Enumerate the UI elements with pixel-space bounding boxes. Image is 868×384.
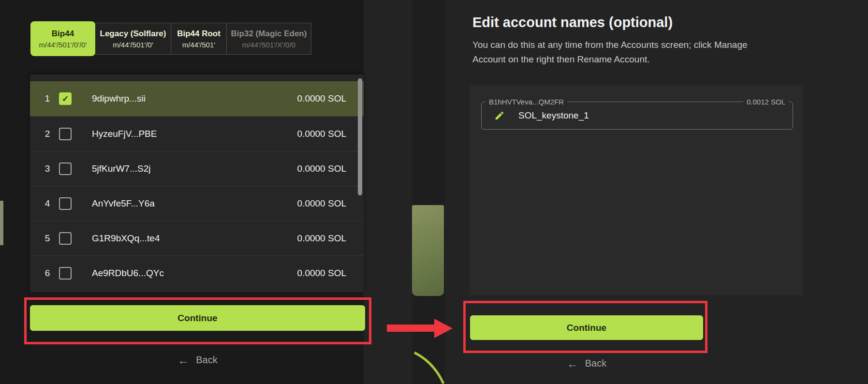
annotation-arrow [387, 325, 436, 332]
tab-label: Bip32 (Magic Eden) [231, 29, 307, 39]
tab-label: Bip44 Root [177, 29, 221, 39]
screenshot-stage: Bip44m/44'/501'/0'/0'Legacy (Solflare)m/… [0, 0, 868, 384]
account-row[interactable]: 6Ae9RDbU6...QYc0.0000 SOL [30, 255, 364, 290]
account-balance: 0.0000 SOL [297, 198, 346, 209]
edit-pencil-icon [494, 110, 505, 121]
account-index: 5 [42, 233, 53, 244]
tab-derivation-path: m/44'/501'/X'/0/0 [242, 41, 295, 49]
backdrop-left-sliver [0, 201, 3, 245]
account-row[interactable]: 4AnYvfe5F...Y6a0.0000 SOL [30, 186, 364, 221]
tab-legacy-solflare[interactable]: Legacy (Solflare)m/44'/501'/0' [95, 23, 171, 55]
account-balance: 0.0000 SOL [297, 93, 346, 104]
account-name-value[interactable]: SOL_keystone_1 [518, 110, 589, 121]
tab-derivation-path: m/44'/501' [182, 41, 215, 49]
account-address: 5jfKurW7...S2j [92, 163, 150, 174]
unchecked-checkbox-icon[interactable] [59, 232, 72, 245]
tab-bip32-magic-eden[interactable]: Bip32 (Magic Eden)m/44'/501'/X'/0/0 [226, 23, 311, 55]
account-balance: 0.0000 SOL [297, 163, 346, 174]
tab-label: Bip44 [52, 29, 74, 39]
account-name-field[interactable]: B1hHVTVeva...QM2FR 0.0012 SOL SOL_keysto… [481, 102, 793, 130]
unchecked-checkbox-icon[interactable] [59, 197, 72, 210]
account-balance: 0.0000 SOL [297, 233, 346, 244]
back-link-right[interactable]: ← Back [470, 358, 703, 369]
account-row[interactable]: 2HyzeuFjV...PBE0.0000 SOL [30, 116, 364, 151]
back-label: Back [585, 358, 606, 369]
checked-checkbox-icon[interactable] [59, 92, 72, 105]
annotation-arrow-head [434, 319, 453, 338]
account-row[interactable]: 5G1R9bXQq...te40.0000 SOL [30, 221, 364, 255]
back-arrow-icon: ← [177, 355, 189, 365]
back-arrow-icon: ← [567, 359, 578, 369]
account-row[interactable]: 19dipwhrp...sii0.0000 SOL [30, 81, 364, 116]
account-index: 2 [42, 129, 53, 139]
account-address: AnYvfe5F...Y6a [92, 198, 155, 209]
backdrop-green-cube [412, 205, 444, 296]
tab-bip44[interactable]: Bip44m/44'/501'/0'/0' [30, 21, 95, 56]
account-address: Ae9RDbU6...QYc [92, 268, 164, 279]
account-address: G1R9bXQq...te4 [92, 233, 160, 244]
back-label: Back [196, 354, 217, 366]
continue-button-left[interactable]: Continue [30, 305, 365, 331]
page-title: Edit account names (optional) [472, 15, 673, 30]
derivation-path-tabs: Bip44m/44'/501'/0'/0'Legacy (Solflare)m/… [31, 23, 311, 56]
account-address: 9dipwhrp...sii [92, 93, 146, 104]
unchecked-checkbox-icon[interactable] [59, 162, 72, 175]
account-address: HyzeuFjV...PBE [92, 129, 157, 139]
unchecked-checkbox-icon[interactable] [59, 267, 72, 280]
tab-bip44-root[interactable]: Bip44 Rootm/44'/501' [171, 23, 227, 55]
scrollbar-thumb[interactable] [358, 78, 362, 195]
account-list: 19dipwhrp...sii0.0000 SOL2HyzeuFjV...PBE… [30, 74, 364, 292]
account-balance: 0.0000 SOL [297, 129, 346, 139]
account-index: 1 [42, 93, 53, 104]
continue-button-right[interactable]: Continue [470, 315, 703, 340]
back-link-left[interactable]: ← Back [30, 354, 365, 366]
account-balance: 0.0000 SOL [297, 268, 346, 279]
account-index: 3 [42, 163, 53, 174]
page-subtitle: You can do this at any time from the Acc… [472, 38, 782, 67]
account-address-label: B1hHVTVeva...QM2FR [485, 98, 567, 106]
backdrop-green-curve [409, 351, 452, 384]
account-row[interactable]: 35jfKurW7...S2j0.0000 SOL [30, 151, 364, 186]
account-balance-label: 0.0012 SOL [743, 98, 789, 106]
account-index: 6 [42, 268, 53, 279]
unchecked-checkbox-icon[interactable] [59, 128, 72, 140]
account-index: 4 [42, 198, 53, 209]
tab-derivation-path: m/44'/501'/0'/0' [39, 41, 87, 49]
tab-derivation-path: m/44'/501'/0' [113, 41, 153, 49]
tab-label: Legacy (Solflare) [100, 29, 166, 39]
